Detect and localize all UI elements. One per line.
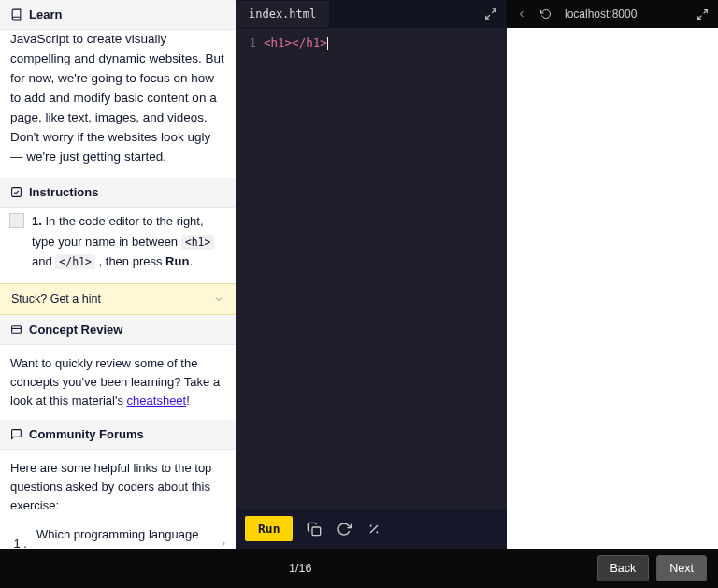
instructions-header: Instructions [0,178,236,208]
svg-line-3 [492,9,495,13]
browser-bar: localhost:8000 [507,0,718,28]
forums-intro: Here are some helpful links to the top q… [10,459,225,515]
browser-preview-panel: localhost:8000 [507,0,718,549]
next-button[interactable]: Next [656,555,707,581]
copy-icon[interactable] [306,521,323,538]
svg-rect-0 [11,188,21,197]
url-display[interactable]: localhost:8000 [565,7,683,21]
instruction-text: 1. In the code editor to the right, type… [32,211,226,271]
expand-icon[interactable] [696,8,709,21]
refresh-icon[interactable] [540,8,552,20]
forums-title: Community Forums [29,427,144,441]
svg-rect-1 [11,325,21,333]
instructions-title: Instructions [29,185,98,199]
chat-icon [9,428,22,441]
svg-line-7 [698,15,702,19]
svg-line-4 [486,15,490,19]
instruction-step: 1. In the code editor to the right, type… [0,208,236,282]
reset-icon[interactable] [336,521,352,538]
back-button[interactable]: Back [597,555,650,581]
learn-title: Learn [29,7,62,22]
learn-header: Learn [0,0,236,30]
checklist-icon [9,186,22,199]
run-button[interactable]: Run [245,516,293,541]
card-icon [9,323,22,336]
lesson-footer: 1/16 Back Next [0,549,718,588]
svg-rect-5 [312,527,321,536]
lesson-sidebar: Learn JavaScript to create visually comp… [0,0,236,549]
editor-tab[interactable]: index.html [236,1,329,27]
hint-toggle[interactable]: Stuck? Get a hint [0,283,236,315]
code-area[interactable]: 1 <h1></h1> [236,28,507,509]
editor-toolbar: Run [236,509,507,549]
concept-body: Want to quickly review some of the conce… [0,345,236,420]
concept-header: Concept Review [0,315,236,345]
concept-title: Concept Review [29,323,122,337]
forums-body: Here are some helpful links to the top q… [0,450,236,549]
code-editor-panel: index.html 1 <h1></h1> Run [236,0,507,549]
chevron-right-icon: › [222,535,225,549]
line-number: 1 [236,36,264,501]
back-icon[interactable] [516,8,527,20]
hint-label: Stuck? Get a hint [11,293,101,306]
book-icon [9,8,22,22]
editor-tabs: index.html [236,0,507,28]
code-line: <h1></h1> [264,36,328,501]
svg-line-6 [704,9,708,13]
step-checkbox[interactable] [9,213,24,228]
forum-link[interactable]: 1 . Which programming language should I … [10,522,225,549]
chevron-down-icon [213,294,224,305]
solution-icon[interactable] [366,521,382,538]
expand-icon[interactable] [475,7,507,21]
preview-body [507,28,718,549]
cheatsheet-link[interactable]: cheatsheet [127,394,187,408]
forums-header: Community Forums [0,420,236,450]
learn-body: JavaScript to create visually compelling… [0,30,236,178]
progress-indicator: 1/16 [11,562,590,575]
